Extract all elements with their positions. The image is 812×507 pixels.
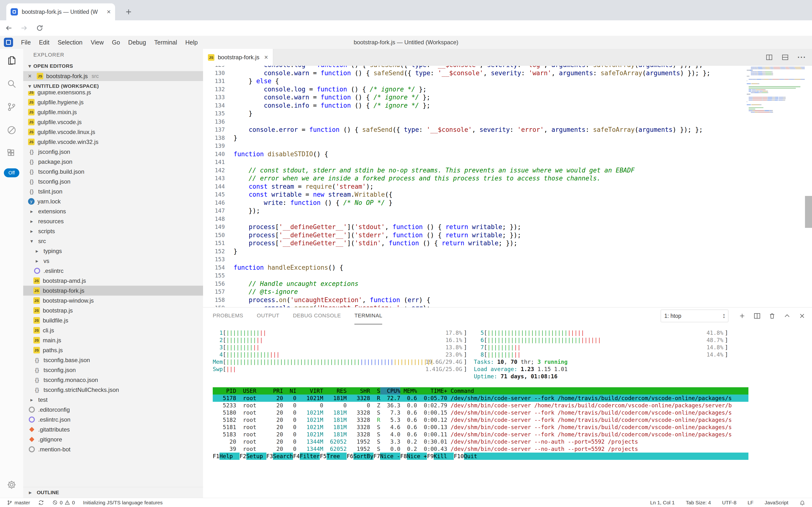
close-panel-icon[interactable] [799,312,806,320]
column-header-cpu[interactable]: CPU% [380,387,400,395]
fkey-f8[interactable]: F8 [400,453,407,460]
code-line[interactable]: 157 // @ts-ignore [203,288,747,296]
tree-item[interactable]: JSbootstrap.js [23,305,203,316]
code-line[interactable]: 159 console.error('Uncaught Exception: '… [203,304,747,307]
menu-file[interactable]: File [17,36,35,49]
tree-item[interactable]: yyarn.lock [23,196,203,206]
menu-selection[interactable]: Selection [53,36,86,49]
column-header-mem[interactable]: MEM% [400,387,417,395]
code-line[interactable]: 144 const stream = require('stream'); [203,183,747,191]
sync-button[interactable] [38,500,44,506]
code-line[interactable]: 131 } else { [203,77,747,86]
status-item-lf[interactable]: LF [747,500,753,506]
code-line[interactable]: 150 process['__defineGetter__']('stderr'… [203,231,747,239]
code-line[interactable]: 149 process['__defineGetter__']('stdout'… [203,223,747,231]
code-scroll-area[interactable]: 129 console.log = function () { safeSend… [203,66,747,307]
column-header-pid[interactable]: PID [213,387,236,395]
code-line[interactable]: 138} [203,134,747,142]
status-item-javascript[interactable]: JavaScript [765,500,788,506]
code-line[interactable]: 153 [203,256,747,264]
open-editors-header[interactable]: ▾ OPEN EDITORS [23,61,203,71]
tree-folder-resources[interactable]: ▸resources [23,216,203,226]
column-header-res[interactable]: RES [323,387,347,395]
status-item-tab-size-4[interactable]: Tab Size: 4 [686,500,711,506]
menu-help[interactable]: Help [181,36,202,49]
menu-debug[interactable]: Debug [124,36,150,49]
fkey-f10[interactable]: F10 [454,453,464,460]
back-button[interactable] [2,21,15,35]
tree-item[interactable]: {}tsconfig.build.json [23,167,203,177]
panel-tab-debug-console[interactable]: DEBUG CONSOLE [293,307,341,324]
code-line[interactable]: 147 }); [203,207,747,215]
panel-tab-problems[interactable]: PROBLEMS [213,307,243,324]
code-line[interactable]: 152} [203,247,747,256]
code-editor[interactable]: 129 console.log = function () { safeSend… [203,66,812,307]
panel-tab-output[interactable]: OUTPUT [257,307,279,324]
code-line[interactable]: 132 console.log = function () { /* ignor… [203,86,747,94]
tree-item[interactable]: JSbuildfile.js [23,316,203,325]
terminal-content[interactable]: 1[||||||||||||17.8%] 5[|||||||||||||||||… [213,329,748,460]
tree-item[interactable]: {}tsconfig.base.json [23,355,203,365]
tree-item[interactable]: JScli.js [23,325,203,335]
tree-item[interactable]: JSgulpfile.vscode.win32.js [23,137,203,147]
column-header-user[interactable]: USER [236,387,266,395]
tree-item[interactable]: {}tslint.json [23,186,203,196]
code-line[interactable]: 156 // Handle uncaught exceptions [203,280,747,288]
tree-item[interactable]: .eslintrc.json [23,414,203,425]
tree-item[interactable]: JSbootstrap-window.js [23,296,203,305]
process-row[interactable]: 5182root2001021M181M3328R5.30.60:00.12/d… [213,416,748,424]
tree-folder-test[interactable]: ▸test [23,395,203,405]
sync-off-badge[interactable]: Off [4,168,19,177]
tree-item[interactable]: JSgulpfile.vscode.linux.js [23,127,203,137]
tree-item[interactable]: {}jsconfig.json [23,147,203,157]
split-terminal-icon[interactable] [753,312,761,320]
code-line[interactable]: 133 console.warn = function () { /* igno… [203,93,747,102]
bell-icon[interactable] [799,500,805,506]
code-line[interactable]: 154function handleExceptions() { [203,264,747,272]
editor-layout-icon[interactable] [782,54,789,61]
code-line[interactable]: 146 write: function () { /* No OP */ } [203,199,747,207]
new-terminal-icon[interactable] [739,312,746,320]
fkey-f2[interactable]: F2 [240,453,246,460]
tree-folder-scripts[interactable]: ▸scripts [23,226,203,236]
more-actions-icon[interactable]: ··· [798,53,806,61]
code-line[interactable]: 142 // const stdout, stderr and stdin be… [203,166,747,175]
fkey-f5[interactable]: F5 [320,453,327,460]
column-header-virt[interactable]: VIRT [296,387,323,395]
tree-item[interactable]: .mention-bot [23,444,203,454]
tree-item[interactable]: {}tsconfig.json [23,177,203,186]
tree-item[interactable]: .gitattributes [23,425,203,435]
branch-indicator[interactable]: master [7,500,30,506]
process-row[interactable]: 20root2001344M620521952S3.30.20:30.01/de… [213,438,748,445]
open-editor-item[interactable]: × JS bootstrap-fork.js src [23,71,203,81]
tab-close-icon[interactable]: × [264,54,268,61]
code-line[interactable]: 137 console.error = function () { safeSe… [203,126,747,134]
code-line[interactable]: 148 [203,215,747,223]
tree-item[interactable]: .eslintrc [23,266,203,276]
process-row[interactable]: 5233root200000Z36.30.00:02.79/dev/shm/bi… [213,402,748,409]
fkey-f3[interactable]: F3 [266,453,273,460]
code-line[interactable]: 141 [203,158,747,166]
tree-item[interactable]: JSbootstrap-fork.js [23,286,203,296]
activity-extensions[interactable] [0,142,23,165]
process-row[interactable]: 39root2001344M620521952S0.00.20:00.43/de… [213,445,748,453]
code-line[interactable]: 143 // error when we are inside a forked… [203,174,747,183]
tree-item[interactable]: JSbootstrap-amd.js [23,276,203,286]
menu-go[interactable]: Go [108,36,124,49]
tree-folder-src[interactable]: ▾src [23,236,203,246]
maximize-panel-icon[interactable] [784,312,791,320]
code-line[interactable]: 135 } [203,110,747,118]
split-editor-icon[interactable] [766,54,773,61]
process-row[interactable]: 5183root2001021M181M3328S4.00.60:00.11/d… [213,431,748,438]
browser-tab[interactable]: bootstrap-fork.js — Untitled (W × [6,3,115,20]
column-header-time[interactable]: TIME+ [417,387,447,395]
code-line[interactable]: 129 console.log = function () { safeSend… [203,66,747,69]
code-line[interactable]: 130 console.warn = function () { safeSen… [203,69,747,77]
column-header-s[interactable]: S [370,387,380,395]
column-header-ni[interactable]: NI [283,387,296,395]
status-item-utf-8[interactable]: UTF-8 [722,500,737,506]
tree-folder-vs[interactable]: ▸vs [23,256,203,266]
tab-close-icon[interactable]: × [107,8,111,15]
process-row[interactable]: 5181root2001021M181M3328S4.60.60:00.13/d… [213,424,748,431]
code-line[interactable]: 136 [203,118,747,126]
